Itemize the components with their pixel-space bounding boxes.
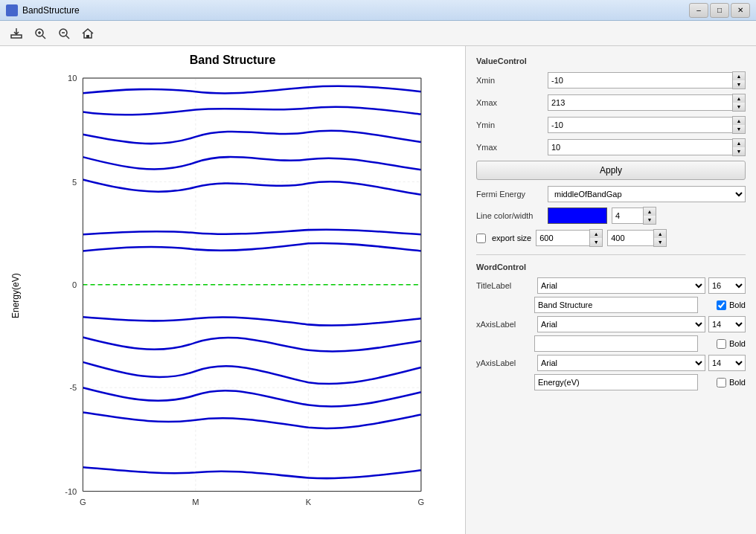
export-width-down[interactable]: ▼: [590, 238, 602, 246]
apply-button[interactable]: Apply: [476, 161, 746, 180]
xmin-label: Xmin: [476, 76, 543, 85]
zoom-out-button[interactable]: [54, 24, 74, 43]
ymax-up-button[interactable]: ▲: [733, 139, 745, 147]
export-size-checkbox[interactable]: [476, 234, 486, 243]
color-swatch[interactable]: [548, 208, 607, 224]
y-bold-wrap: Bold: [701, 378, 746, 387]
ymin-spinner-buttons: ▲ ▼: [732, 116, 746, 134]
y-bold-checkbox[interactable]: [717, 378, 726, 387]
xmin-spinner: ▲ ▼: [548, 71, 746, 89]
zoom-in-button[interactable]: [30, 24, 51, 43]
export-height-spinner-buttons: ▲ ▼: [653, 229, 667, 247]
ymax-down-button[interactable]: ▼: [733, 147, 745, 155]
y-text-row: Bold: [534, 374, 746, 390]
value-control-header: ValueControl: [476, 57, 746, 65]
title-label-row: TitleLabel Arial Times New Roman Courier…: [476, 277, 746, 294]
xmax-spinner: ▲ ▼: [548, 94, 746, 112]
ymax-spinner: ▲ ▼: [548, 138, 746, 156]
ymin-down-button[interactable]: ▼: [733, 125, 745, 133]
svg-rect-9: [86, 35, 89, 38]
chart-title: Band Structure: [7, 54, 458, 67]
export-icon: [10, 28, 22, 39]
svg-text:0: 0: [72, 280, 77, 289]
xmax-input[interactable]: [548, 94, 732, 111]
export-width-spinner: ▲ ▼: [536, 229, 603, 247]
xmax-spinner-buttons: ▲ ▼: [732, 94, 746, 112]
line-width-up-button[interactable]: ▲: [644, 208, 656, 216]
xmin-input[interactable]: [548, 72, 732, 89]
x-size-select[interactable]: 810121416182024: [708, 316, 746, 332]
line-width-down-button[interactable]: ▼: [644, 216, 656, 224]
x-font-select[interactable]: Arial Times New Roman Courier New Verdan…: [537, 316, 705, 332]
y-size-select[interactable]: 810121416182024: [708, 355, 746, 371]
zoom-in-icon: [34, 28, 46, 39]
titlebar: BandStructure – □ ✕: [0, 0, 756, 21]
x-axis-label: xAxisLabel: [476, 320, 534, 329]
title-bold-label: Bold: [729, 300, 746, 309]
xmin-down-button[interactable]: ▼: [733, 80, 745, 89]
toolbar: [0, 21, 756, 46]
svg-line-7: [66, 36, 69, 39]
xmax-up-button[interactable]: ▲: [733, 94, 745, 103]
export-height-input[interactable]: [607, 230, 653, 246]
maximize-button[interactable]: □: [710, 3, 729, 18]
fermi-energy-select[interactable]: middleOfBandGap 0 custom: [548, 186, 746, 202]
xmax-down-button[interactable]: ▼: [733, 103, 745, 111]
x-text-input[interactable]: [534, 335, 698, 352]
svg-rect-0: [11, 35, 22, 38]
y-bold-label: Bold: [729, 378, 746, 387]
title-size-select[interactable]: 810121416182024: [708, 277, 746, 294]
title-text-input[interactable]: [534, 297, 698, 313]
line-width-input[interactable]: [612, 208, 643, 224]
title-font-select[interactable]: Arial Times New Roman Courier New Verdan…: [537, 277, 705, 294]
y-axis-label-ctrl: yAxisLabel: [476, 358, 534, 367]
export-button[interactable]: [6, 24, 27, 43]
zoom-out-icon: [58, 28, 70, 39]
export-height-up[interactable]: ▲: [654, 230, 666, 238]
window-controls: – □ ✕: [689, 3, 750, 18]
ymax-label: Ymax: [476, 143, 543, 152]
x-bold-checkbox[interactable]: [717, 339, 726, 349]
home-icon: [82, 28, 94, 39]
y-font-select[interactable]: Arial Times New Roman Courier New Verdan…: [537, 355, 705, 371]
svg-line-3: [42, 36, 45, 39]
x-bold-wrap: Bold: [701, 339, 746, 349]
chart-area: Band Structure Energy(eV): [0, 46, 466, 534]
x-axis-label-row: xAxisLabel Arial Times New Roman Courier…: [476, 316, 746, 332]
xmin-spinner-buttons: ▲ ▼: [732, 71, 746, 89]
xmin-up-button[interactable]: ▲: [733, 72, 745, 80]
ymin-label: Ymin: [476, 120, 543, 129]
export-size-row: export size ▲ ▼ ▲ ▼: [476, 229, 746, 247]
line-width-spinner-buttons: ▲ ▼: [643, 207, 656, 225]
ymin-input[interactable]: [548, 117, 732, 133]
svg-text:10: 10: [68, 74, 77, 83]
export-width-input[interactable]: [536, 230, 589, 246]
fermi-energy-label: Fermi Energy: [476, 190, 543, 199]
svg-text:G: G: [80, 498, 86, 506]
xmax-row: Xmax ▲ ▼: [476, 94, 746, 112]
line-width-spinner: ▲ ▼: [612, 207, 656, 225]
title-bold-checkbox[interactable]: [717, 300, 726, 310]
close-button[interactable]: ✕: [731, 3, 750, 18]
chart-inner[interactable]: 10 5 0 -5 -10 G M K G: [24, 71, 458, 521]
chart-svg: 10 5 0 -5 -10 G M K G: [24, 71, 458, 521]
ymax-input[interactable]: [548, 139, 732, 155]
ymin-spinner: ▲ ▼: [548, 116, 746, 134]
title-text-row: Bold: [534, 297, 746, 313]
word-control-header: WordControl: [476, 263, 746, 271]
minimize-button[interactable]: –: [689, 3, 708, 18]
y-axis-label: Energy(eV): [7, 71, 24, 521]
svg-text:M: M: [192, 498, 199, 506]
export-height-down[interactable]: ▼: [654, 238, 666, 246]
export-width-up[interactable]: ▲: [590, 230, 602, 238]
export-height-spinner: ▲ ▼: [607, 229, 667, 247]
x-text-row: Bold: [534, 335, 746, 352]
section-divider: [476, 254, 746, 255]
title-label: TitleLabel: [476, 281, 534, 290]
title-bold-wrap: Bold: [701, 300, 746, 310]
ymin-up-button[interactable]: ▲: [733, 117, 745, 125]
y-text-input[interactable]: [534, 374, 698, 390]
home-button[interactable]: [77, 24, 98, 43]
svg-text:G: G: [418, 498, 425, 506]
x-bold-label: Bold: [729, 339, 746, 348]
